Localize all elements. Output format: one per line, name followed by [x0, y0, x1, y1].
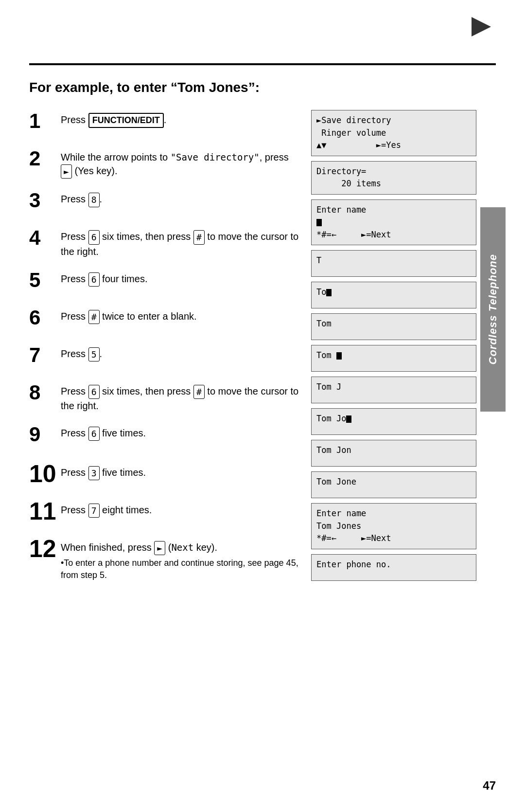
key-6c: 6	[88, 385, 100, 399]
step-row-10: 10 Press 3 five times.	[29, 461, 301, 487]
step-number-5: 5	[29, 269, 61, 290]
step-content-4: Press 6 six times, then press # to move …	[61, 227, 301, 258]
lcd-display-2: Directory= 20 items	[311, 161, 476, 195]
lcd-display-11: Tom Jone	[311, 471, 476, 498]
yes-key: ►	[61, 164, 72, 179]
key-hash-a: #	[193, 230, 205, 244]
step-content-3: Press 8.	[61, 189, 301, 207]
key-6b: 6	[88, 272, 100, 287]
step-number-7: 7	[29, 344, 61, 365]
step-row-8: 8 Press 6 six times, then press # to mov…	[29, 381, 301, 413]
step-row-4: 4 Press 6 six times, then press # to mov…	[29, 227, 301, 258]
step-content-12: When finished, press ► (Next key). •To e…	[61, 536, 301, 582]
main-layout: 1 Press FUNCTION/EDIT. 2 While the arrow…	[29, 110, 496, 593]
step-number-2: 2	[29, 147, 61, 169]
top-arrow-icon	[467, 15, 496, 39]
step-12-note: •To enter a phone number and continue st…	[61, 557, 301, 581]
step-number-10: 10	[29, 461, 61, 486]
displays-column: Cordless Telephone ►Save directory Ringe…	[311, 110, 476, 593]
step-number-9: 9	[29, 423, 61, 445]
lcd-display-8: Tom J	[311, 377, 476, 403]
step-row-12: 12 When finished, press ► (Next key). •T…	[29, 536, 301, 582]
step-row-11: 11 Press 7 eight times.	[29, 498, 301, 525]
step-row-9: 9 Press 6 five times.	[29, 423, 301, 450]
lcd-display-9: Tom Jo	[311, 408, 476, 435]
step-content-9: Press 6 five times.	[61, 423, 301, 441]
lcd-display-13: Enter phone no.	[311, 554, 476, 581]
side-tab: Cordless Telephone	[480, 207, 506, 412]
step-number-1: 1	[29, 110, 61, 131]
key-hash-b: #	[88, 310, 100, 324]
lcd-display-3: Enter name *#=← ►=Next	[311, 199, 476, 246]
step-content-1: Press FUNCTION/EDIT.	[61, 110, 301, 128]
step-row-1: 1 Press FUNCTION/EDIT.	[29, 110, 301, 137]
step-row-3: 3 Press 8.	[29, 189, 301, 216]
step-number-12: 12	[29, 536, 61, 561]
key-3: 3	[88, 466, 100, 480]
lcd-display-10: Tom Jon	[311, 440, 476, 467]
key-hash-c: #	[193, 385, 205, 399]
top-divider	[29, 63, 496, 65]
step-number-11: 11	[29, 498, 61, 523]
step-content-11: Press 7 eight times.	[61, 498, 301, 518]
step-row-2: 2 While the arrow points to "Save direct…	[29, 147, 301, 179]
key-7: 7	[88, 504, 100, 518]
step-content-10: Press 3 five times.	[61, 461, 301, 480]
step-number-8: 8	[29, 381, 61, 403]
lcd-display-5: To	[311, 282, 476, 308]
step-row-5: 5 Press 6 four times.	[29, 269, 301, 296]
step-row-7: 7 Press 5.	[29, 344, 301, 371]
step-content-7: Press 5.	[61, 344, 301, 361]
function-edit-key: FUNCTION/EDIT	[88, 113, 164, 128]
step-number-6: 6	[29, 307, 61, 328]
step-content-5: Press 6 four times.	[61, 269, 301, 287]
section-heading: For example, to enter “Tom Jones”:	[29, 80, 496, 95]
key-6d: 6	[88, 427, 100, 441]
step-content-2: While the arrow points to "Save director…	[61, 147, 301, 179]
lcd-display-12: Enter name Tom Jones *#=← ►=Next	[311, 503, 476, 549]
step-content-6: Press # twice to enter a blank.	[61, 307, 301, 324]
svg-marker-0	[472, 17, 491, 36]
lcd-display-7: Tom	[311, 345, 476, 372]
steps-column: 1 Press FUNCTION/EDIT. 2 While the arrow…	[29, 110, 311, 593]
step-number-4: 4	[29, 227, 61, 248]
page-number: 47	[483, 779, 496, 793]
key-6a: 6	[88, 230, 100, 244]
step-content-8: Press 6 six times, then press # to move …	[61, 381, 301, 413]
page-container: For example, to enter “Tom Jones”: 1 Pre…	[0, 0, 525, 812]
step-row-6: 6 Press # twice to enter a blank.	[29, 307, 301, 333]
key-5: 5	[88, 347, 100, 361]
lcd-display-4: T	[311, 250, 476, 277]
side-tab-label: Cordless Telephone	[487, 254, 499, 364]
lcd-display-1: ►Save directory Ringer volume ▲▼ ►=Yes	[311, 110, 476, 156]
next-key: ►	[154, 541, 165, 555]
lcd-display-6: Tom	[311, 313, 476, 340]
key-8: 8	[88, 193, 100, 207]
step-number-3: 3	[29, 189, 61, 211]
